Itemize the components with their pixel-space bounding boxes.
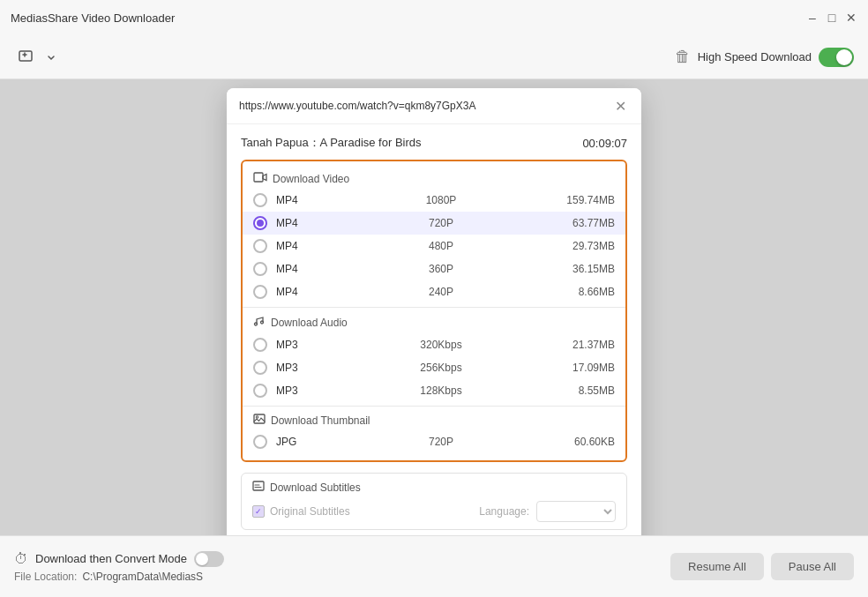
audio-format-320[interactable]: MP3 320Kbps 21.37MB [243, 333, 625, 356]
subtitle-section: Download Subtitles ✓ Original Subtitles … [241, 473, 627, 530]
dialog-url: https://www.youtube.com/watch?v=qkm8y7Gp… [239, 100, 611, 112]
format-label: MP4 [276, 263, 329, 275]
title-bar: MediasShare Video Downloader – □ ✕ [0, 0, 868, 35]
divider-2 [243, 406, 625, 407]
format-label: MP4 [276, 286, 329, 298]
file-location-label: File Location: [14, 571, 77, 583]
video-info: Tanah Papua：A Paradise for Birds 00:09:0… [241, 135, 627, 151]
radio-240p[interactable] [253, 285, 267, 299]
video-title: Tanah Papua：A Paradise for Birds [241, 135, 422, 151]
download-thumbnail-label: Download Thumbnail [271, 414, 370, 427]
video-format-360p[interactable]: MP4 360P 36.15MB [243, 257, 625, 280]
format-quality: 480P [329, 240, 553, 252]
format-quality: 720P [329, 436, 553, 448]
close-button[interactable]: ✕ [845, 11, 857, 24]
format-label: MP3 [276, 384, 329, 397]
delete-button[interactable]: 🗑 [675, 48, 691, 66]
radio-1080p[interactable] [253, 193, 267, 207]
radio-jpg[interactable] [253, 435, 267, 449]
thumbnail-format-jpg[interactable]: JPG 720P 60.60KB [243, 430, 625, 453]
format-quality: 360P [329, 263, 553, 275]
format-size: 60.60KB [553, 436, 615, 448]
video-format-240p[interactable]: MP4 240P 8.66MB [243, 280, 625, 303]
radio-360p[interactable] [253, 262, 267, 276]
svg-rect-4 [254, 414, 265, 423]
file-location: File Location: C:\ProgramData\MediasS [14, 571, 224, 583]
svg-point-5 [256, 416, 258, 418]
section-header-thumbnail: Download Thumbnail [243, 410, 625, 430]
svg-rect-6 [253, 481, 264, 490]
dialog-close-button[interactable]: ✕ [611, 97, 629, 115]
section-header-video: Download Video [243, 168, 625, 189]
high-speed-label: High Speed Download [698, 50, 812, 63]
video-duration: 00:09:07 [582, 137, 627, 150]
toolbar: 🗑 High Speed Download [0, 35, 868, 79]
video-icon [253, 172, 267, 185]
format-label: MP3 [276, 339, 329, 351]
format-size: 159.74MB [553, 194, 615, 206]
maximize-button[interactable]: □ [826, 11, 838, 24]
video-format-1080p[interactable]: MP4 1080P 159.74MB [243, 189, 625, 212]
radio-256kbps[interactable] [253, 361, 267, 375]
format-quality: 320Kbps [329, 339, 553, 351]
dialog-body: Tanah Papua：A Paradise for Birds 00:09:0… [227, 124, 641, 535]
format-quality: 256Kbps [329, 362, 553, 374]
toolbar-left [14, 45, 60, 70]
svg-point-2 [255, 323, 258, 325]
video-format-480p[interactable]: MP4 480P 29.73MB [243, 235, 625, 257]
download-video-label: Download Video [273, 173, 349, 185]
format-quality: 128Kbps [329, 384, 553, 397]
format-label: MP4 [276, 217, 329, 229]
radio-320kbps[interactable] [253, 338, 267, 352]
section-header-audio: Download Audio [243, 311, 625, 333]
file-path: C:\ProgramData\MediasS [82, 571, 203, 583]
original-subtitle-label: Original Subtitles [270, 505, 350, 518]
bottom-left: ⏱ Download then Convert Mode File Locati… [14, 551, 224, 583]
dialog-titlebar: https://www.youtube.com/watch?v=qkm8y7Gp… [227, 88, 641, 124]
format-size: 36.15MB [553, 263, 615, 275]
format-label: MP4 [276, 194, 329, 206]
pause-all-button[interactable]: Pause All [771, 553, 854, 580]
dropdown-button[interactable] [42, 49, 60, 66]
svg-rect-0 [19, 51, 32, 61]
subtitle-icon [252, 481, 265, 494]
radio-480p[interactable] [253, 239, 267, 253]
audio-format-128[interactable]: MP3 128Kbps 8.55MB [243, 379, 625, 402]
content-area: https://www.youtube.com/watch?v=qkm8y7Gp… [0, 79, 868, 535]
dialog-overlay: https://www.youtube.com/watch?v=qkm8y7Gp… [0, 79, 868, 535]
radio-128kbps[interactable] [253, 384, 267, 398]
format-size: 8.55MB [553, 384, 615, 397]
high-speed-toggle[interactable] [819, 48, 854, 67]
original-subtitle-checkbox[interactable]: ✓ [252, 505, 265, 518]
format-label: MP4 [276, 240, 329, 252]
download-audio-label: Download Audio [271, 317, 348, 329]
subtitle-options: ✓ Original Subtitles Language: [252, 501, 616, 522]
bottom-mode: ⏱ Download then Convert Mode [14, 551, 224, 567]
app-window: MediasShare Video Downloader – □ ✕ 🗑 [0, 0, 868, 597]
toolbar-right: 🗑 High Speed Download [675, 48, 854, 67]
radio-720p[interactable] [253, 216, 267, 230]
resume-all-button[interactable]: Resume All [670, 553, 764, 580]
format-label: JPG [276, 436, 329, 448]
mode-toggle[interactable] [194, 551, 224, 567]
download-sections: Download Video MP4 1080P 159.74MB [241, 160, 627, 462]
add-button[interactable] [14, 45, 39, 70]
format-size: 29.73MB [553, 240, 615, 252]
subtitle-label: Download Subtitles [270, 481, 361, 494]
format-quality: 240P [329, 286, 553, 298]
radio-inner [257, 220, 264, 227]
app-title: MediasShare Video Downloader [11, 11, 175, 25]
audio-format-256[interactable]: MP3 256Kbps 17.09MB [243, 356, 625, 379]
language-label: Language: [479, 505, 529, 518]
format-label: MP3 [276, 362, 329, 374]
original-subtitle-wrap[interactable]: ✓ Original Subtitles [252, 505, 350, 518]
language-select[interactable] [536, 501, 616, 522]
format-size: 63.77MB [553, 217, 615, 229]
dialog: https://www.youtube.com/watch?v=qkm8y7Gp… [227, 88, 641, 535]
svg-point-3 [261, 321, 264, 324]
audio-icon [253, 315, 266, 330]
video-format-720p[interactable]: MP4 720P 63.77MB [243, 212, 625, 235]
minimize-button[interactable]: – [806, 11, 819, 24]
mode-icon: ⏱ [14, 551, 28, 567]
thumbnail-icon [253, 414, 266, 427]
